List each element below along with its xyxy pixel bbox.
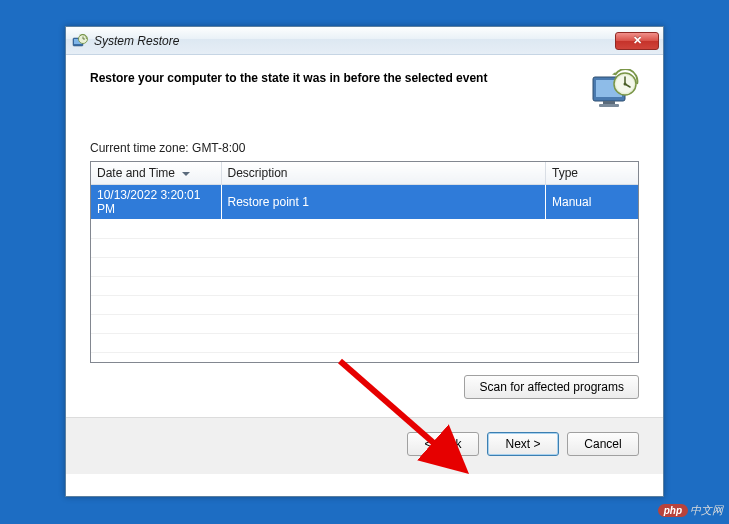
back-button[interactable]: < Back	[407, 432, 479, 456]
titlebar: System Restore ✕	[66, 27, 663, 55]
column-header-type[interactable]: Type	[546, 162, 638, 185]
watermark-text: 中文网	[690, 503, 723, 518]
next-button[interactable]: Next >	[487, 432, 559, 456]
table-row	[91, 219, 638, 238]
wizard-footer: < Back Next > Cancel	[66, 418, 663, 474]
svg-rect-6	[599, 104, 619, 107]
cancel-button[interactable]: Cancel	[567, 432, 639, 456]
table-row	[91, 238, 638, 257]
table-row	[91, 295, 638, 314]
table-row	[91, 276, 638, 295]
system-restore-dialog: System Restore ✕ Restore your computer t…	[65, 26, 664, 497]
close-icon: ✕	[633, 35, 642, 46]
dialog-heading: Restore your computer to the state it wa…	[90, 69, 579, 85]
table-row	[91, 352, 638, 363]
restore-monitor-icon	[591, 69, 639, 111]
cell-date: 10/13/2022 3:20:01 PM	[91, 185, 221, 220]
close-button[interactable]: ✕	[615, 32, 659, 50]
table-row[interactable]: 10/13/2022 3:20:01 PM Restore point 1 Ma…	[91, 185, 638, 220]
restore-points-table[interactable]: Date and Time Description Type 10/13/202…	[90, 161, 639, 363]
window-title: System Restore	[94, 34, 615, 48]
svg-rect-5	[603, 101, 615, 104]
watermark-badge: php	[658, 504, 688, 517]
watermark: php 中文网	[658, 503, 723, 518]
column-header-date[interactable]: Date and Time	[91, 162, 221, 185]
cell-type: Manual	[546, 185, 638, 220]
svg-point-9	[624, 83, 627, 86]
sort-indicator-icon	[182, 172, 190, 176]
table-row	[91, 257, 638, 276]
column-header-description[interactable]: Description	[221, 162, 546, 185]
system-restore-app-icon	[72, 33, 88, 49]
table-row	[91, 333, 638, 352]
timezone-label: Current time zone: GMT-8:00	[90, 141, 639, 155]
cell-description: Restore point 1	[221, 185, 546, 220]
dialog-content: Restore your computer to the state it wa…	[66, 55, 663, 474]
table-row	[91, 314, 638, 333]
scan-affected-programs-button[interactable]: Scan for affected programs	[464, 375, 639, 399]
